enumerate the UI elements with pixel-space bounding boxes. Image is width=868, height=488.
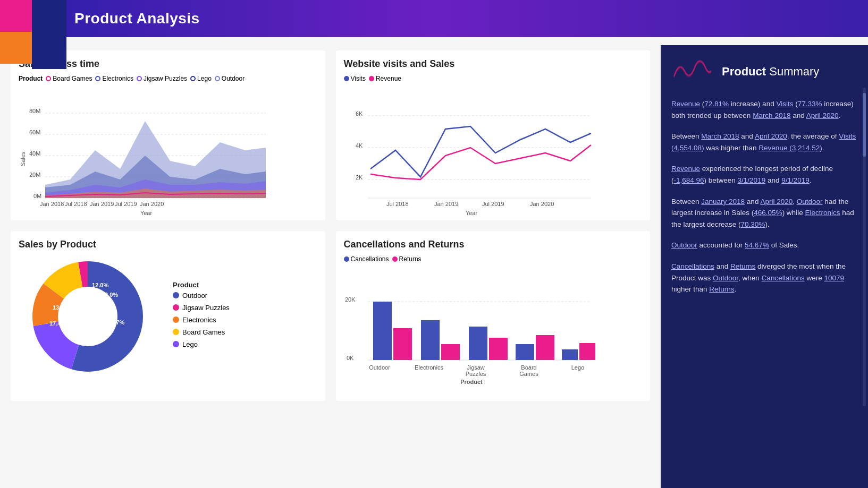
visits-label: Visits <box>351 75 366 82</box>
outdoor-link: Outdoor <box>797 198 823 206</box>
jigsaw-cancellations-bar <box>469 327 487 360</box>
diff-val-link: 10079 <box>824 274 844 282</box>
legend-product-label: Product <box>19 75 43 82</box>
cancellations-dot <box>344 256 349 262</box>
summary-title-rest: Summary <box>766 65 819 78</box>
lego-legend-dot <box>173 341 179 347</box>
outdoor-cancellations-bar <box>373 302 392 360</box>
outdoor-share-link: 54.67% <box>745 241 769 249</box>
header: Product Analysis <box>0 0 868 37</box>
scrollbar-thumb[interactable] <box>863 93 866 157</box>
march2018-link: March 2018 <box>753 112 790 119</box>
electronics-icon <box>95 76 100 81</box>
svg-text:Jan 2019: Jan 2019 <box>90 201 114 207</box>
outdoor-link2: Outdoor <box>671 241 697 249</box>
svg-text:Jul 2018: Jul 2018 <box>65 201 87 207</box>
svg-text:Year: Year <box>465 210 477 216</box>
legend-electronics: Electronics <box>95 75 133 82</box>
electronics-legend-dot <box>173 316 179 323</box>
legend-revenue: Revenue <box>369 75 401 82</box>
legend-cancellations: Cancellations <box>344 255 389 263</box>
svg-text:80M: 80M <box>29 108 40 114</box>
scrollbar-track[interactable] <box>863 88 866 406</box>
svg-text:Jan 2020: Jan 2020 <box>140 201 164 207</box>
svg-text:Outdoor: Outdoor <box>369 364 390 371</box>
jan2018-link: January 2018 <box>701 198 745 206</box>
electronics-cancellations-bar <box>421 320 440 360</box>
legend-jigsaw-label: Jigsaw Puzzles <box>144 75 187 82</box>
svg-text:Jul 2018: Jul 2018 <box>386 201 409 207</box>
page-title: Product Analysis <box>74 10 200 27</box>
website-visits-svg: 2K 4K 6K Jul 2018 Jan 2019 Jul 2019 <box>344 87 594 209</box>
website-visits-chart: Website visits and Sales Visits Revenue … <box>336 50 651 220</box>
sales-across-time-chart: Sales across time Product Board Games El… <box>11 50 325 220</box>
outdoor-legend-dot <box>173 292 179 298</box>
summary-para-1: Revenue (72.81% increase) and Visits (77… <box>671 98 857 121</box>
summary-para-2: Between March 2018 and April 2020, the a… <box>671 131 857 153</box>
revenue-avg-link: Revenue (3,214.52) <box>759 144 822 152</box>
cancellations-label: Cancellations <box>351 255 389 263</box>
svg-text:54.7%: 54.7% <box>108 319 124 326</box>
decline-val-link: -1,684.96 <box>674 176 704 184</box>
legend-returns: Returns <box>392 255 422 263</box>
summary-waves-icon <box>671 56 714 88</box>
svg-text:Electronics: Electronics <box>415 364 443 371</box>
legend-lego-label: Lego <box>197 75 212 82</box>
svg-text:Board: Board <box>521 364 536 371</box>
date1-link: 3/1/2019 <box>738 176 766 184</box>
legend-outdoor: Outdoor <box>215 75 245 82</box>
summary-para-4: Between January 2018 and April 2020, Out… <box>671 196 857 230</box>
electronics-legend-label: Electronics <box>182 316 216 324</box>
jigsaw-icon <box>137 76 142 81</box>
svg-text:12.0%: 12.0% <box>92 282 108 288</box>
legend-jigsaw: Jigsaw Puzzles <box>137 75 187 82</box>
charts-area: Sales across time Product Board Games El… <box>0 45 661 488</box>
svg-text:Puzzles: Puzzles <box>465 371 486 377</box>
board-games-returns-bar <box>536 335 554 360</box>
visits-legend: Visits Revenue <box>344 75 643 82</box>
revenue-dot <box>369 76 374 81</box>
svg-text:Sales: Sales <box>20 151 26 166</box>
cancellations-link: Cancellations <box>671 262 714 270</box>
visits-dot <box>344 76 349 81</box>
summary-para-5: Outdoor accounted for 54.67% of Sales. <box>671 239 857 251</box>
cancellations-returns-title: Cancellations and Returns <box>344 239 643 250</box>
summary-panel: Product Summary Revenue (72.81% increase… <box>661 45 868 488</box>
revenue-decline-link: Revenue <box>671 165 700 173</box>
svg-text:3.0%: 3.0% <box>105 292 118 298</box>
svg-text:Product: Product <box>460 379 483 385</box>
donut-legend-title: Product <box>173 281 230 289</box>
revenue-pct-link: 72.81% <box>704 100 729 108</box>
cancellations-returns-chart: Cancellations and Returns Cancellations … <box>336 231 651 401</box>
cancellations-svg: 0K 20K <box>344 267 594 384</box>
svg-text:Jul 2019: Jul 2019 <box>115 201 137 207</box>
charts-row-1: Sales across time Product Board Games El… <box>11 50 650 220</box>
returns-link: Returns <box>730 262 755 270</box>
svg-text:17.4%: 17.4% <box>49 320 66 327</box>
legend-outdoor-label: Outdoor <box>222 75 245 82</box>
returns-dot <box>392 256 398 262</box>
logo-dark1 <box>32 0 66 35</box>
svg-text:40M: 40M <box>29 150 40 157</box>
board-games-legend-label: Board Games <box>182 328 225 336</box>
electronics-pct-link: 70.30% <box>741 220 765 228</box>
returns-link2: Returns <box>709 285 734 293</box>
donut-svg: 3.0% 12.0% 13.0% 17.4% 54.7% <box>19 255 157 378</box>
legend-board-games: Board Games <box>46 75 92 82</box>
donut-area: 3.0% 12.0% 13.0% 17.4% 54.7% Product Out… <box>19 255 317 378</box>
lego-returns-bar <box>579 343 595 360</box>
revenue-label: Revenue <box>376 75 401 82</box>
legend-outdoor-item: Outdoor <box>173 292 230 299</box>
legend-electronics-label: Electronics <box>102 75 133 82</box>
summary-para-6: Cancellations and Returns diverged the m… <box>671 261 857 295</box>
electronics-link: Electronics <box>805 209 840 217</box>
visits-link: Visits <box>776 100 793 108</box>
legend-board-games-item: Board Games <box>173 328 230 336</box>
legend-lego: Lego <box>190 75 212 82</box>
svg-text:Year: Year <box>140 210 153 216</box>
svg-text:Lego: Lego <box>571 364 584 371</box>
lego-icon <box>190 76 196 81</box>
sales-by-product-chart: Sales by Product <box>11 231 325 401</box>
summary-header: Product Summary <box>671 56 857 88</box>
svg-text:13.0%: 13.0% <box>53 304 69 311</box>
